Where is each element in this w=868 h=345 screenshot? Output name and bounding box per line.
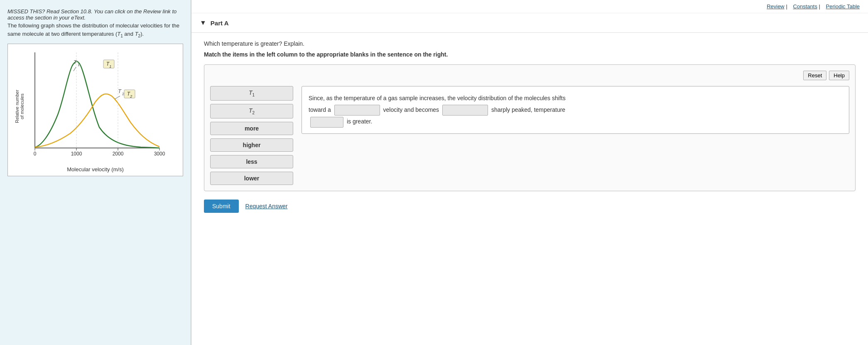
missed-title: MISSED THIS? Read Section 10.8. You can … <box>7 8 183 21</box>
question-area: Which temperature is greater? Explain. M… <box>191 33 868 220</box>
reset-button[interactable]: Reset <box>803 71 826 80</box>
part-title: Part A <box>211 20 229 27</box>
graph-svg: Relative number of molecules 0 1000 2000… <box>12 48 166 165</box>
request-answer-link[interactable]: Request Answer <box>245 203 288 209</box>
matching-content: T1 T2 more higher less lower <box>210 86 849 185</box>
body-text: The following graph shows the distributi… <box>7 22 183 39</box>
sentence-mid1: toward a <box>309 106 331 113</box>
drag-item-t2[interactable]: T2 <box>210 104 293 118</box>
drop-blank-1[interactable] <box>334 105 380 116</box>
help-button[interactable]: Help <box>829 71 849 80</box>
periodic-table-link[interactable]: Periodic Table <box>826 3 860 10</box>
matching-toolbar: Reset Help <box>210 71 849 80</box>
review-link[interactable]: Review <box>767 3 785 10</box>
drag-items: T1 T2 more higher less lower <box>210 86 293 185</box>
sentence-mid3: sharply peaked, temperature <box>491 106 565 113</box>
svg-text:2000: 2000 <box>113 151 124 157</box>
drop-blank-3[interactable] <box>310 117 343 128</box>
svg-text:T: T <box>74 59 77 65</box>
svg-line-17 <box>115 96 120 99</box>
drag-item-t1[interactable]: T1 <box>210 86 293 101</box>
drag-item-higher[interactable]: higher <box>210 138 293 152</box>
x-axis-label: Molecular velocity (m/s) <box>67 166 124 172</box>
svg-text:0: 0 <box>34 151 37 157</box>
sentence-after: is greater. <box>347 118 372 125</box>
graph-container: Relative number of molecules 0 1000 2000… <box>7 44 183 176</box>
svg-text:Relative number: Relative number <box>15 90 20 123</box>
graph-xlabel: Molecular velocity (m/s) <box>12 166 179 172</box>
part-header: ▼ Part A <box>191 13 868 33</box>
graph-inner: Relative number of molecules 0 1000 2000… <box>12 48 166 165</box>
drag-item-lower[interactable]: lower <box>210 172 293 185</box>
sentence-part1: Since, as the temperature of a gas sampl… <box>309 95 566 101</box>
question-text: Which temperature is greater? Explain. <box>204 40 856 47</box>
svg-text:1: 1 <box>78 63 80 67</box>
matching-box: Reset Help T1 T2 more higher <box>204 64 856 191</box>
top-nav: Review | Constants | Periodic Table <box>191 0 868 13</box>
svg-line-14 <box>74 67 76 71</box>
instruction-text: Match the items in the left column to th… <box>204 51 856 58</box>
constants-link[interactable]: Constants <box>793 3 817 10</box>
drag-item-more[interactable]: more <box>210 122 293 135</box>
sentence-mid2: velocity and becomes <box>383 106 439 113</box>
submit-button[interactable]: Submit <box>204 200 239 213</box>
svg-text:2: 2 <box>122 92 124 96</box>
svg-text:1000: 1000 <box>71 151 82 157</box>
action-row: Submit Request Answer <box>204 200 856 213</box>
svg-text:of molecules: of molecules <box>20 94 25 119</box>
left-panel: MISSED THIS? Read Section 10.8. You can … <box>0 0 191 345</box>
svg-text:T: T <box>118 88 122 94</box>
drop-blank-2[interactable] <box>442 105 488 116</box>
right-panel: Review | Constants | Periodic Table ▼ Pa… <box>191 0 868 345</box>
svg-text:3000: 3000 <box>154 151 165 157</box>
collapse-arrow-icon[interactable]: ▼ <box>200 19 206 27</box>
missed-title-bold: MISSED THIS? <box>7 8 45 15</box>
sentence-box: Since, as the temperature of a gas sampl… <box>302 86 849 134</box>
drag-item-less[interactable]: less <box>210 155 293 168</box>
